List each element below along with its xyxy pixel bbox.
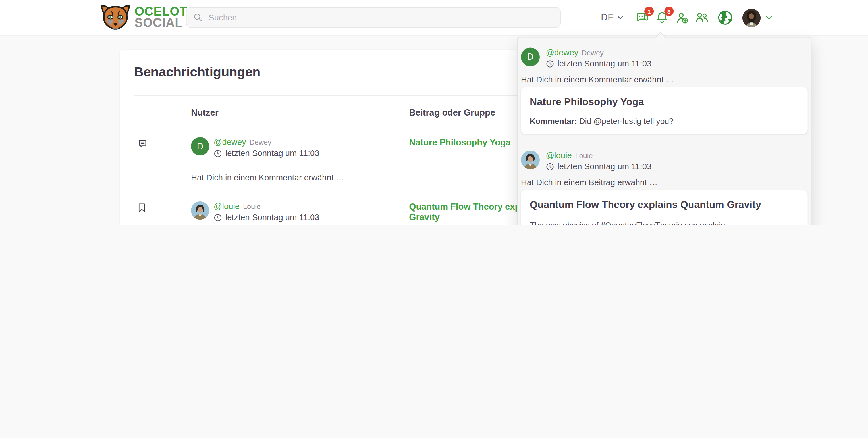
dropdown-notification-item[interactable]: D @dewey Dewey letzten Sonntag um 11:03 …: [521, 37, 808, 134]
user-name: Louie: [243, 202, 260, 211]
notifications-button[interactable]: 3: [654, 9, 670, 26]
clock-icon: [546, 163, 554, 171]
notification-message: Hat Dich in einem Kommentar erwähnt …: [521, 75, 808, 84]
clock-icon: [214, 149, 222, 157]
timestamp: letzten Sonntag um 11:03: [557, 59, 651, 68]
user-name: Dewey: [250, 138, 272, 147]
user-handle-link[interactable]: @louie: [214, 201, 240, 211]
page-title: Benachrichtigungen: [134, 64, 260, 80]
logo[interactable]: OCELOT SOCIAL: [100, 4, 188, 30]
globe-icon: [717, 10, 733, 26]
user-name: Louie: [575, 151, 593, 161]
app-header: OCELOT SOCIAL DE: [0, 0, 868, 35]
language-selector[interactable]: DE: [601, 12, 623, 23]
header-actions: DE 1: [601, 0, 772, 35]
people-icon: [694, 10, 709, 25]
map-button[interactable]: [717, 9, 733, 26]
user-handle-link[interactable]: @louie: [546, 150, 571, 160]
profile-avatar[interactable]: [742, 8, 761, 27]
post-link[interactable]: Nature Philosophy Yoga: [409, 137, 510, 148]
messages-badge: 1: [644, 6, 654, 16]
avatar[interactable]: D: [191, 137, 209, 156]
comment-icon: [138, 137, 191, 191]
search-icon: [193, 13, 203, 22]
timestamp: letzten Sonntag um 11:03: [225, 213, 319, 222]
app-screen: OCELOT SOCIAL DE: [0, 0, 868, 225]
chevron-down-icon: [617, 15, 623, 20]
notifications-dropdown: D @dewey Dewey letzten Sonntag um 11:03 …: [517, 37, 811, 225]
groups-button[interactable]: [693, 9, 710, 26]
user-handle-link[interactable]: @dewey: [214, 137, 246, 146]
timestamp: letzten Sonntag um 11:03: [225, 149, 319, 158]
card-title: Nature Philosophy Yoga: [530, 97, 799, 107]
card-body: The new physics of #QuantenFlussTheorie …: [530, 220, 752, 225]
logo-text: OCELOT SOCIAL: [134, 5, 187, 29]
avatar[interactable]: D: [521, 48, 540, 66]
notification-card[interactable]: Nature Philosophy Yoga Kommentar: Did @p…: [521, 88, 808, 134]
notification-message: Hat Dich in einem Kommentar erwähnt …: [191, 173, 409, 182]
profile-menu-chevron-icon[interactable]: [766, 15, 772, 21]
clock-icon: [546, 59, 554, 68]
person-add-icon: [675, 11, 689, 25]
user-name: Dewey: [582, 48, 603, 57]
card-label: Kommentar:: [530, 117, 577, 126]
messages-button[interactable]: 1: [634, 9, 650, 26]
bookmark-icon: [138, 201, 191, 225]
dropdown-notification-item[interactable]: @louie Louie letzten Sonntag um 11:03 Ha…: [521, 134, 808, 225]
clock-icon: [214, 213, 222, 222]
follow-requests-button[interactable]: [674, 9, 690, 26]
avatar[interactable]: [521, 150, 540, 169]
search-input[interactable]: [208, 12, 553, 23]
ocelot-logo-icon: [100, 4, 131, 30]
notification-message: Hat Dich in einem Beitrag erwähnt …: [521, 177, 808, 187]
notifications-badge: 3: [664, 6, 674, 16]
timestamp: letzten Sonntag um 11:03: [557, 162, 651, 171]
column-header-user: Nutzer: [191, 108, 409, 127]
user-handle-link[interactable]: @dewey: [546, 48, 578, 57]
card-title: Quantum Flow Theory explains Quantum Gra…: [530, 200, 799, 210]
language-label: DE: [601, 12, 614, 23]
search-bar: [186, 7, 561, 28]
card-body: Did @peter-lustig tell you?: [579, 117, 674, 126]
avatar[interactable]: [191, 201, 209, 220]
notification-card[interactable]: Quantum Flow Theory explains Quantum Gra…: [521, 190, 808, 225]
